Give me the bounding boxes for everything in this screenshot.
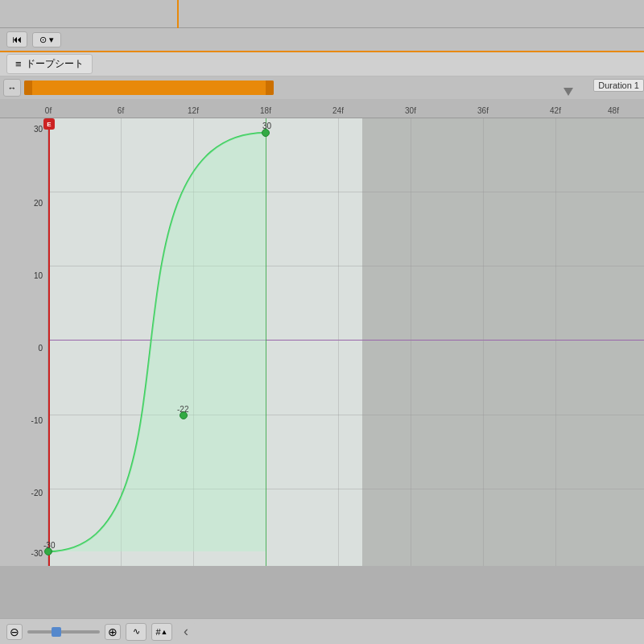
list-icon: ≡ bbox=[15, 58, 22, 70]
curve-fill bbox=[48, 133, 266, 551]
chevron-icon: ‹ bbox=[184, 623, 188, 640]
transport-btn[interactable]: ⏮ bbox=[6, 31, 27, 47]
curve-svg bbox=[48, 118, 644, 566]
keyframe-label-neg30: -30 bbox=[43, 541, 55, 550]
zoom-slider[interactable] bbox=[27, 630, 100, 634]
ruler-mark-24f: 24f bbox=[332, 106, 344, 115]
orange-playhead-indicator bbox=[177, 0, 179, 28]
ruler-mark-6f: 6f bbox=[118, 106, 124, 115]
keyframe-label-30: 30 bbox=[262, 122, 271, 130]
panel-header: ≡ ドープシート bbox=[0, 52, 644, 76]
ruler-mark-0f: 0f bbox=[45, 106, 52, 115]
y-axis-panel: 30 20 10 0 -10 -20 -30 bbox=[0, 118, 48, 566]
y-label-0: 0 bbox=[38, 344, 43, 353]
zoom-in-btn[interactable]: ⊕ bbox=[105, 624, 121, 640]
ruler-mark-30f: 30f bbox=[405, 106, 416, 115]
dropdown-icon: ▾ bbox=[49, 35, 54, 45]
zoom-out-btn[interactable]: ⊖ bbox=[6, 624, 23, 640]
ruler-mark-48f: 48f bbox=[608, 106, 619, 115]
ruler-mark-18f: 18f bbox=[260, 106, 271, 115]
toggle-icon: ⊙ bbox=[39, 35, 47, 45]
zoom-thumb[interactable] bbox=[52, 627, 61, 637]
orange-bar-handle-left[interactable] bbox=[24, 80, 32, 95]
arrow-btn[interactable]: ↔ bbox=[3, 79, 21, 97]
y-label-10: 10 bbox=[34, 271, 43, 280]
ruler-mark-12f: 12f bbox=[188, 106, 199, 115]
panel-title: ドープシート bbox=[26, 57, 84, 71]
y-label-neg20: -20 bbox=[31, 489, 43, 497]
zoom-out-icon: ⊖ bbox=[10, 625, 19, 638]
duration-label: Duration 1 bbox=[593, 79, 644, 92]
ruler: 0f 6f 12f 18f 24f 30f 36f 42f 48f bbox=[0, 99, 644, 118]
toggle-btn[interactable]: ⊙ ▾ bbox=[32, 32, 61, 47]
y-label-30: 30 bbox=[34, 125, 43, 134]
rewind-icon: ⏮ bbox=[12, 34, 22, 45]
ruler-mark-36f: 36f bbox=[477, 106, 489, 115]
toolbar-row: ⏮ ⊙ ▾ bbox=[0, 28, 644, 52]
graph-area: 30 0f 6f 12f 18f 24f 30f 36f 42f 48f 30 … bbox=[0, 99, 644, 566]
orange-bar[interactable] bbox=[24, 80, 274, 95]
arrow-icon: ↔ bbox=[8, 83, 17, 93]
curve-icon: ∿ bbox=[133, 626, 140, 637]
grid-btn[interactable]: # ▲ bbox=[151, 623, 172, 641]
orange-bar-container bbox=[24, 80, 641, 95]
y-label-neg30: -30 bbox=[31, 549, 43, 558]
playhead-row: ↔ Duration 1 bbox=[0, 76, 644, 99]
dope-sheet-btn[interactable]: ≡ ドープシート bbox=[6, 54, 93, 74]
orange-bar-handle-right[interactable] bbox=[266, 80, 274, 95]
handle-label: -22 bbox=[177, 405, 188, 414]
playhead-arrow-indicator bbox=[564, 88, 573, 96]
bottom-toolbar: ⊖ ⊕ ∿ # ▲ ‹ bbox=[0, 618, 644, 644]
curve-mode-btn[interactable]: ∿ bbox=[126, 623, 147, 641]
collapse-btn[interactable]: ‹ bbox=[177, 623, 195, 641]
y-label-neg10: -10 bbox=[31, 416, 43, 425]
up-icon: ▲ bbox=[161, 628, 168, 636]
zoom-in-icon: ⊕ bbox=[108, 625, 118, 638]
y-label-20: 20 bbox=[34, 199, 43, 208]
ruler-mark-42f: 42f bbox=[550, 106, 561, 115]
top-strip bbox=[0, 0, 644, 28]
